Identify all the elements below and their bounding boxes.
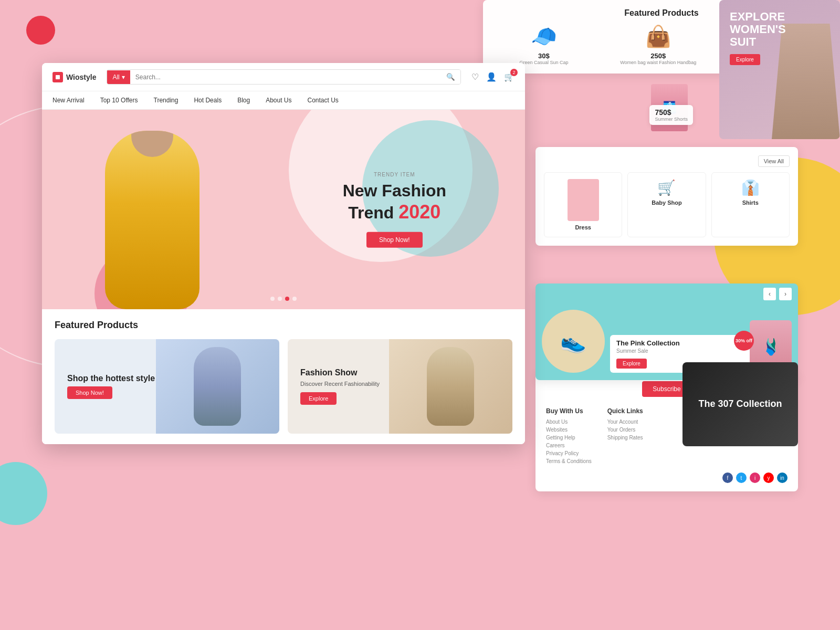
user-icon[interactable]: 👤 [486, 72, 497, 82]
hero-section: TRENDY ITEM New Fashion Trend 2020 Shop … [42, 110, 525, 309]
logo-icon [52, 72, 63, 82]
category-label-shirts: Shirts [716, 200, 785, 206]
sale-next-button[interactable]: › [779, 288, 792, 300]
nav-icons: ♡ 👤 🛒 2 [471, 72, 514, 82]
category-panel: View All Dress 🛒 Baby Shop 👔 Shirts [536, 147, 798, 246]
category-label-baby: Baby Shop [632, 200, 701, 206]
svg-rect-0 [56, 75, 60, 79]
instagram-icon[interactable]: i [750, 472, 760, 483]
card-2-explore-button[interactable]: Explore [300, 392, 337, 405]
featured-cards-row: Shop the hottest style Shop Now! Fashion… [55, 339, 512, 434]
footer-link[interactable]: Shipping Rates [607, 435, 643, 440]
footer-link[interactable]: Terms & Conditions [546, 458, 592, 464]
search-container: All ▾ 🔍 [107, 69, 461, 85]
hero-year: 2020 [398, 201, 440, 223]
card-1-shop-button[interactable]: Shop Now! [67, 386, 112, 399]
price-label: Summer Shorts [655, 117, 688, 122]
fp-desc-1: Green Casual Sun Cap [519, 60, 568, 65]
sale-product-image: 👟 [542, 310, 605, 373]
cap-icon: 🧢 [519, 24, 568, 49]
card-1-content: Shop the hottest style Shop Now! [67, 374, 155, 399]
summer-shorts-price-tag: 750$ Summer Shorts [649, 105, 693, 125]
youtube-icon[interactable]: y [763, 472, 774, 483]
card-1-image [156, 339, 279, 434]
card-2-image [389, 339, 512, 434]
footer-link[interactable]: About Us [546, 419, 592, 425]
hero-title: New Fashion Trend 2020 [343, 181, 446, 224]
view-all-button[interactable]: View All [758, 155, 790, 167]
sale-panel-header: ‹ › [536, 284, 798, 304]
hero-label: TRENDY ITEM [343, 172, 446, 177]
nav-menu: New Arrival Top 10 Offers Trending Hot D… [42, 91, 525, 110]
explore-label: EXPLORE WOMEN'S SUIT [730, 10, 786, 49]
footer-link[interactable]: Your Orders [607, 427, 643, 433]
cart-badge: 2 [510, 69, 518, 76]
hero-shop-now-button[interactable]: Shop Now! [366, 232, 423, 247]
nav-item-new-arrival[interactable]: New Arrival [52, 97, 85, 104]
twitter-icon[interactable]: t [736, 472, 747, 483]
sale-subtitle: Summer Sale [616, 348, 743, 354]
hero-model-figure [84, 115, 220, 309]
nav-item-contact[interactable]: Contact Us [308, 97, 339, 104]
hero-content: TRENDY ITEM New Fashion Trend 2020 Shop … [343, 172, 446, 248]
price-amount: 750$ [655, 108, 688, 117]
nav-item-blog[interactable]: Blog [237, 97, 250, 104]
footer-col-buy-title: Buy With Us [546, 407, 592, 415]
collection-title: The 307 Collection [690, 390, 790, 418]
category-item-baby[interactable]: 🛒 Baby Shop [627, 172, 706, 237]
bg-circle-teal [0, 462, 47, 525]
footer-link[interactable]: Careers [546, 443, 592, 448]
nav-item-top-10[interactable]: Top 10 Offers [100, 97, 138, 104]
category-label: All [112, 74, 119, 81]
featured-products-main-section: Featured Products Shop the hottest style… [42, 309, 525, 444]
card-2-title: Fashion Show [300, 368, 380, 377]
category-item-dress[interactable]: Dress [544, 172, 622, 237]
search-input[interactable] [130, 70, 441, 84]
nav-item-about[interactable]: About Us [266, 97, 291, 104]
featured-products-main-title: Featured Products [55, 320, 512, 331]
carousel-dot-4[interactable] [292, 297, 297, 301]
fp-desc-2: Women bag waist Fashion Handbag [620, 60, 696, 65]
linkedin-icon[interactable]: in [777, 472, 788, 483]
footer-link[interactable]: Getting Help [546, 435, 592, 440]
sale-explore-button[interactable]: Explore [616, 359, 647, 369]
cart-icon[interactable]: 🛒 2 [504, 72, 514, 82]
dress-image-placeholder [568, 179, 599, 221]
collection-panel: The 307 Collection [682, 362, 798, 446]
footer-link[interactable]: Websites [546, 427, 592, 433]
baby-shop-icon: 🛒 [632, 179, 701, 196]
sale-discount-badge: 30% off [734, 331, 754, 351]
nav-item-hot-deals[interactable]: Hot Deals [194, 97, 222, 104]
browser-window: Wiostyle All ▾ 🔍 ♡ 👤 🛒 2 New Arrival Top… [42, 63, 525, 444]
carousel-dot-1[interactable] [270, 297, 275, 301]
card-2-subtitle: Discover Recent Fashionability [300, 381, 380, 387]
footer-link[interactable]: Privacy Policy [546, 450, 592, 456]
featured-product-item: 🧢 30$ Green Casual Sun Cap [519, 24, 568, 65]
category-label-dress: Dress [549, 224, 617, 230]
category-item-shirts[interactable]: 👔 Shirts [711, 172, 790, 237]
featured-product-item: 👜 250$ Women bag waist Fashion Handbag [620, 24, 696, 65]
navbar: Wiostyle All ▾ 🔍 ♡ 👤 🛒 2 [42, 63, 525, 91]
hero-carousel-dots [270, 297, 297, 301]
footer-col-buy: Buy With Us About Us Websites Getting He… [546, 407, 592, 466]
fp-price-1: 30$ [519, 52, 568, 60]
featured-card-fashion-show: Fashion Show Discover Recent Fashionabil… [288, 339, 512, 434]
search-button[interactable]: 🔍 [441, 70, 460, 84]
nav-item-trending[interactable]: Trending [154, 97, 178, 104]
fp-price-2: 250$ [620, 52, 696, 60]
search-category-selector[interactable]: All ▾ [107, 70, 130, 84]
wishlist-icon[interactable]: ♡ [471, 72, 479, 82]
carousel-dot-3[interactable] [285, 297, 289, 301]
card-1-title: Shop the hottest style [67, 374, 155, 383]
chevron-down-icon: ▾ [122, 74, 125, 81]
footer-link[interactable]: Your Account [607, 419, 643, 425]
handbag-icon: 👜 [620, 24, 696, 49]
shirts-icon: 👔 [716, 179, 785, 196]
facebook-icon[interactable]: f [722, 472, 733, 483]
explore-button[interactable]: Explore [730, 54, 760, 65]
sale-prev-button[interactable]: ‹ [763, 288, 776, 300]
carousel-dot-2[interactable] [278, 297, 282, 301]
explore-women-suit-panel: EXPLORE WOMEN'S SUIT Explore [719, 0, 840, 139]
footer-col-quick-title: Quick Links [607, 407, 643, 415]
footer-col-quick: Quick Links Your Account Your Orders Shi… [607, 407, 643, 466]
